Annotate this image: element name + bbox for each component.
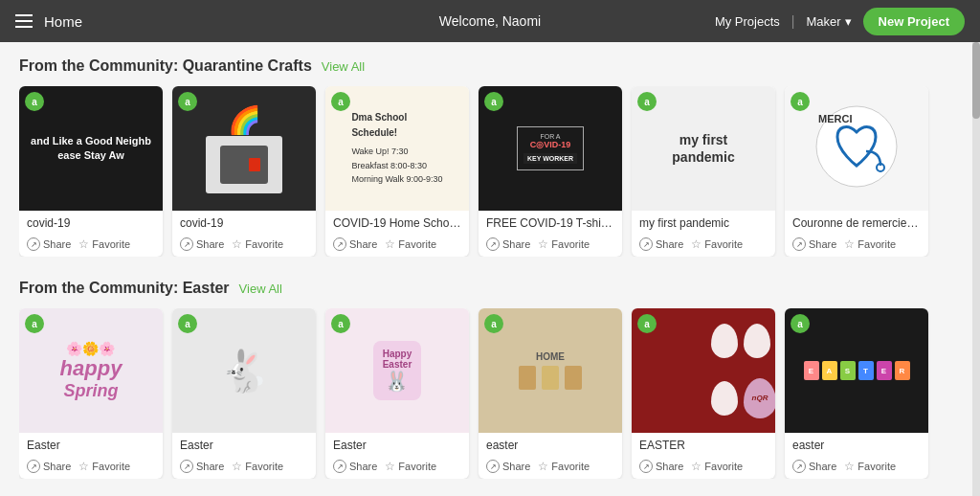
card-easter5-favorite[interactable]: ☆ Favorite bbox=[691, 460, 743, 473]
card-schedule-title: COVID-19 Home School Sche... bbox=[333, 216, 461, 230]
card-shirt: a FOR A C◎VID-19 KEY WORKER FREE COVID-1… bbox=[479, 86, 622, 257]
card-easter3-info: Easter bbox=[325, 433, 469, 460]
card-easter3: a HappyEaster 🐰 Easter ↗ Share bbox=[325, 308, 469, 479]
easter-title: From the Community: Easter bbox=[19, 280, 230, 297]
card-easter4-favorite[interactable]: ☆ Favorite bbox=[538, 460, 590, 473]
card-covid1: a and Like a Good Neighbease Stay Aw cov… bbox=[19, 86, 163, 257]
card-easter1-content: 🌸🌼🌸 happy Spring bbox=[60, 341, 122, 401]
card-covid1-badge: a bbox=[25, 92, 44, 111]
card-easter3-favorite[interactable]: ☆ Favorite bbox=[385, 460, 436, 473]
card-easter5: a nQR bbox=[632, 308, 775, 479]
card-shirt-share[interactable]: ↗ Share bbox=[486, 237, 530, 251]
card-schedule-info: COVID-19 Home School Sche... bbox=[325, 211, 469, 237]
shelf-text: HOME bbox=[536, 351, 565, 362]
card-shirt-favorite[interactable]: ☆ Favorite bbox=[538, 237, 590, 251]
card-couronne-favorite[interactable]: ☆ Favorite bbox=[844, 237, 896, 251]
flag1: E bbox=[804, 361, 819, 380]
star-icon: ☆ bbox=[844, 460, 855, 473]
new-project-button[interactable]: New Project bbox=[863, 8, 965, 35]
card-easter1: a 🌸🌼🌸 happy Spring Easter ↗ bbox=[19, 308, 163, 479]
share-icon: ↗ bbox=[27, 460, 40, 473]
quarantine-section-header: From the Community: Quarantine Crafts Vi… bbox=[19, 57, 961, 75]
flag6-text: R bbox=[900, 367, 905, 375]
eggs-grid: nQR bbox=[703, 308, 719, 433]
favorite-label: Favorite bbox=[551, 238, 590, 250]
flag5: E bbox=[877, 361, 892, 380]
favorite-label: Favorite bbox=[92, 238, 130, 250]
tail-light bbox=[249, 158, 260, 171]
card-schedule-actions: ↗ Share ☆ Favorite bbox=[325, 237, 469, 257]
card-easter1-info: Easter bbox=[19, 433, 163, 460]
my-projects-link[interactable]: My Projects bbox=[715, 14, 780, 29]
card-easter3-image: a HappyEaster 🐰 bbox=[325, 308, 469, 433]
card-covid1-share[interactable]: ↗ Share bbox=[27, 237, 71, 251]
card-schedule: a Dma SchoolSchedule! Wake Up! 7:30Break… bbox=[325, 86, 469, 257]
maker-dropdown[interactable]: Maker ▾ bbox=[806, 14, 851, 29]
card-couronne: a MERCI Couronne de remerciement bbox=[785, 86, 928, 257]
card-easter2-favorite[interactable]: ☆ Favorite bbox=[232, 460, 283, 473]
flag4: T bbox=[858, 361, 874, 380]
card-easter3-share[interactable]: ↗ Share bbox=[333, 460, 377, 473]
card-easter6-share[interactable]: ↗ Share bbox=[792, 460, 836, 473]
favorite-label: Favorite bbox=[398, 238, 436, 250]
happy-easter-sign: HappyEaster 🐰 bbox=[373, 341, 422, 400]
quarantine-cards-grid: a and Like a Good Neighbease Stay Aw cov… bbox=[19, 86, 961, 257]
card-easter5-share[interactable]: ↗ Share bbox=[639, 460, 683, 473]
chevron-down-icon: ▾ bbox=[845, 14, 852, 29]
favorite-label: Favorite bbox=[245, 461, 283, 472]
banner-content: E A S T E R bbox=[804, 308, 910, 433]
card-covid2-badge: a bbox=[178, 92, 197, 111]
card-covid2-favorite[interactable]: ☆ Favorite bbox=[232, 237, 283, 251]
card-easter6-favorite[interactable]: ☆ Favorite bbox=[844, 460, 896, 473]
card-easter3-badge: a bbox=[331, 314, 350, 333]
share-label: Share bbox=[502, 461, 530, 472]
header-right: My Projects | Maker ▾ New Project bbox=[715, 8, 965, 35]
card-schedule-favorite[interactable]: ☆ Favorite bbox=[385, 237, 436, 251]
card-couronne-share[interactable]: ↗ Share bbox=[792, 237, 836, 251]
card-easter6: a E A S T E R easter bbox=[785, 308, 928, 479]
easter-section: From the Community: Easter View All a 🌸🌼… bbox=[0, 264, 980, 486]
card-schedule-text: Dma SchoolSchedule! Wake Up! 7:30Breakfa… bbox=[344, 102, 450, 193]
menu-icon[interactable] bbox=[15, 14, 33, 28]
card-covid1-title: covid-19 bbox=[27, 216, 155, 230]
share-label: Share bbox=[349, 238, 377, 250]
home-link[interactable]: Home bbox=[44, 13, 82, 30]
card-pandemic-share[interactable]: ↗ Share bbox=[639, 237, 683, 251]
card-schedule-share[interactable]: ↗ Share bbox=[333, 237, 377, 251]
scrollbar-thumb[interactable] bbox=[972, 42, 980, 119]
card-easter6-info: easter bbox=[785, 433, 928, 460]
card-easter1-favorite[interactable]: ☆ Favorite bbox=[78, 460, 130, 473]
card-easter2-info: Easter bbox=[172, 433, 316, 460]
card-easter5-image: a nQR bbox=[632, 308, 775, 433]
share-label: Share bbox=[349, 461, 377, 472]
card-easter3-title: Easter bbox=[333, 439, 461, 452]
share-label: Share bbox=[502, 238, 530, 250]
card-easter6-image: a E A S T E R bbox=[785, 308, 928, 433]
card-easter1-share[interactable]: ↗ Share bbox=[27, 460, 71, 473]
quarantine-view-all[interactable]: View All bbox=[322, 59, 365, 74]
card-easter2-share[interactable]: ↗ Share bbox=[180, 460, 224, 473]
easter-view-all[interactable]: View All bbox=[239, 282, 282, 296]
quarantine-title: From the Community: Quarantine Crafts bbox=[19, 57, 312, 75]
share-label: Share bbox=[809, 238, 836, 250]
share-icon: ↗ bbox=[792, 237, 806, 251]
card-easter4-actions: ↗ Share ☆ Favorite bbox=[479, 460, 622, 479]
card-easter2-image: a 🐇 bbox=[172, 308, 316, 433]
happy-text: happy bbox=[60, 356, 122, 381]
card-covid2: a 🌈 covid-19 ↗ bbox=[172, 86, 316, 257]
card-covid2-share[interactable]: ↗ Share bbox=[180, 237, 224, 251]
card-pandemic-favorite[interactable]: ☆ Favorite bbox=[691, 237, 743, 251]
card-easter1-actions: ↗ Share ☆ Favorite bbox=[19, 460, 163, 479]
flag2: A bbox=[822, 361, 837, 380]
flag5-text: E bbox=[881, 367, 886, 375]
card-shirt-image: a FOR A C◎VID-19 KEY WORKER bbox=[479, 86, 622, 211]
happy-flowers: 🌸🌼🌸 happy Spring bbox=[60, 341, 122, 401]
card-easter4-share[interactable]: ↗ Share bbox=[486, 460, 530, 473]
card-easter1-title: Easter bbox=[27, 439, 155, 452]
card-easter5-badge: a bbox=[637, 314, 657, 333]
share-icon: ↗ bbox=[639, 237, 653, 251]
card-easter5-title: EASTER bbox=[639, 439, 768, 452]
card-pandemic: a my firstpandemic my first pandemic ↗ S… bbox=[632, 86, 775, 257]
card-covid1-favorite[interactable]: ☆ Favorite bbox=[78, 237, 130, 251]
card-shirt-actions: ↗ Share ☆ Favorite bbox=[479, 237, 622, 257]
